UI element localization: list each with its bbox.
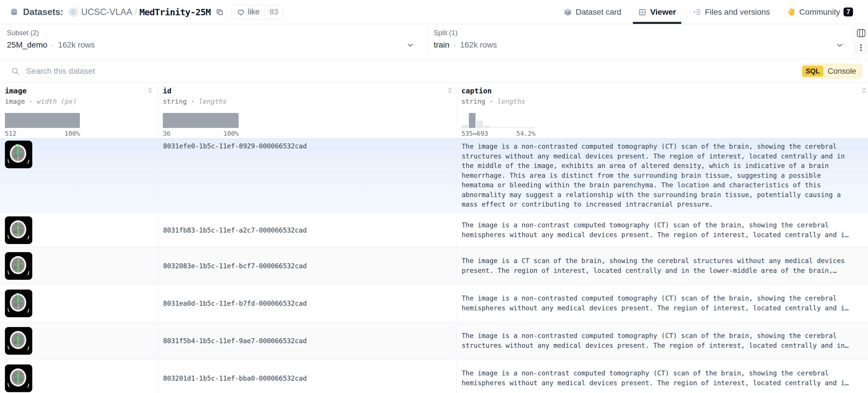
caption-cell row-caption[interactable]: The image is a CT scan of the brain, sho… [456, 247, 868, 284]
row-id: 803201d1-1b5c-11ef-bba0-000066532cad [163, 374, 307, 382]
datasets-label[interactable]: Datasets: [23, 7, 63, 17]
search-bar: SQL Console [0, 60, 868, 83]
caption-cell row-caption[interactable]: The image is a non-contrasted computed t… [456, 285, 868, 322]
tab-viewer[interactable]: Viewer [638, 0, 676, 24]
chevron-down-icon [406, 41, 414, 49]
histogram-bar[interactable] [514, 127, 521, 128]
tab-community[interactable]: Community 7 [787, 0, 853, 24]
org-avatar[interactable] [69, 7, 78, 17]
image-cell [0, 285, 158, 322]
id-cell[interactable]: 803201d1-1b5c-11ef-bba0-000066532cad [158, 360, 456, 393]
histogram-bar[interactable] [476, 121, 483, 128]
histogram-bar[interactable] [163, 113, 239, 128]
caption-cell row-caption[interactable]: The image is a non-contrasted computed t… [456, 322, 868, 359]
more-options-button[interactable] [855, 41, 867, 54]
split-row-count: 162k rows [460, 40, 497, 50]
hist-max-label: 100% [65, 130, 80, 137]
subset-split-bar: Subset (2) 25M_demo · 162k rows Split (1… [0, 24, 868, 60]
histogram-bar[interactable] [499, 127, 505, 128]
community-count-badge: 7 [843, 7, 853, 17]
sort-control[interactable] [447, 87, 452, 94]
caption-cell row-caption[interactable]: The image is a non-contrasted computed t… [456, 139, 868, 213]
table-body: 8031efe0-1b5c-11ef-8929-000066532cad The… [0, 139, 868, 393]
split-value: train [434, 40, 449, 50]
subset-row-count: 162k rows [58, 40, 95, 50]
ct-scan-thumbnail[interactable] [5, 327, 32, 355]
files-tree-icon [693, 8, 702, 17]
row-id: 8031efe0-1b5c-11ef-8929-000066532cad [163, 142, 307, 150]
subset-label: Subset (2) [7, 29, 427, 37]
table-row[interactable]: 8031f5b4-1b5c-11ef-9ae7-000066532cad The… [0, 322, 868, 360]
row-id: 8032083e-1b5c-11ef-bcf7-000066532cad [163, 262, 307, 270]
sort-control[interactable] [862, 87, 866, 94]
histogram-id-lengths[interactable] [163, 113, 239, 128]
table-row[interactable]: 8032083e-1b5c-11ef-bcf7-000066532cad The… [0, 247, 868, 285]
histogram-bar[interactable] [484, 126, 491, 128]
image-cell [0, 247, 158, 284]
row-id: 8031f5b4-1b5c-11ef-9ae7-000066532cad [163, 337, 307, 345]
tab-files-and-versions[interactable]: Files and versions [693, 0, 770, 24]
search-icon [11, 67, 20, 75]
histogram-bar[interactable] [506, 127, 513, 128]
search-input[interactable] [26, 67, 801, 76]
id-cell[interactable]: 8031ea0d-1b5c-11ef-b7fd-000066532cad [158, 285, 456, 322]
image-cell [0, 360, 158, 393]
table-row[interactable]: 803201d1-1b5c-11ef-bba0-000066532cad The… [0, 360, 868, 393]
like-count[interactable]: 83 [265, 5, 283, 19]
id-cell[interactable]: 8031fb83-1b5c-11ef-a2c7-000066532cad [158, 213, 456, 247]
id-cell[interactable]: 8031f5b4-1b5c-11ef-9ae7-000066532cad [158, 322, 456, 359]
id-cell[interactable]: 8031efe0-1b5c-11ef-8929-000066532cad [158, 139, 456, 213]
ct-scan-thumbnail[interactable] [5, 290, 32, 317]
histogram-image-width[interactable] [5, 113, 80, 128]
toggle-columns-panel-button[interactable] [856, 28, 866, 38]
nav-tabs: Dataset card Viewer Files and versions [563, 0, 868, 24]
org-link[interactable]: UCSC-VLAA [81, 7, 132, 17]
hist-max-label: 100% [223, 130, 239, 137]
subset-selector[interactable]: Subset (2) 25M_demo · 162k rows [0, 24, 427, 60]
image-cell [0, 322, 158, 359]
ct-scan-thumbnail[interactable] [5, 217, 32, 244]
dataset-viewer-page: Datasets: UCSC-VLAA / MedTrinity-25M lik… [0, 0, 868, 393]
sql-console-button[interactable]: SQL Console [801, 64, 862, 78]
id-cell[interactable]: 8032083e-1b5c-11ef-bcf7-000066532cad [158, 247, 456, 284]
dataset-card-icon [563, 8, 572, 17]
table-row[interactable]: 8031ea0d-1b5c-11ef-b7fd-000066532cad The… [0, 285, 868, 322]
histogram-bar[interactable] [461, 125, 468, 128]
viewer-side-rail [854, 24, 868, 60]
table-header: image image · width (px) 512 100% id str… [0, 83, 868, 139]
histogram-bar[interactable] [529, 127, 535, 128]
chevron-down-icon [836, 41, 844, 49]
ct-scan-thumbnail[interactable] [5, 141, 32, 168]
tab-dataset-card[interactable]: Dataset card [563, 0, 621, 24]
heart-icon [237, 8, 245, 16]
ct-scan-thumbnail[interactable] [5, 252, 32, 280]
split-label: Split (1) [434, 29, 854, 37]
column-header-image[interactable]: image image · width (px) 512 100% [0, 83, 158, 138]
hist-min-label: 512 [5, 130, 17, 137]
copy-icon[interactable] [216, 8, 224, 16]
histogram-caption-lengths[interactable] [461, 113, 535, 128]
sort-control[interactable] [148, 87, 152, 94]
viewer-icon [638, 8, 647, 17]
hist-min-label: 36 [163, 130, 170, 137]
caption-cell row-caption[interactable]: The image is a non-contrast computed tom… [456, 360, 868, 393]
dataset-name-link[interactable]: MedTrinity-25M [140, 7, 211, 17]
database-icon [10, 7, 19, 17]
histogram-bar[interactable] [491, 127, 498, 128]
sql-badge: SQL [802, 66, 823, 77]
top-navbar: Datasets: UCSC-VLAA / MedTrinity-25M lik… [0, 0, 868, 24]
table-row[interactable]: 8031fb83-1b5c-11ef-a2c7-000066532cad The… [0, 213, 868, 247]
ct-scan-thumbnail[interactable] [5, 364, 32, 392]
histogram-bar[interactable] [5, 113, 80, 128]
histogram-bar[interactable] [469, 113, 475, 128]
table-row[interactable]: 8031efe0-1b5c-11ef-8929-000066532cad The… [0, 139, 868, 213]
like-button[interactable]: like [232, 7, 265, 17]
column-header-caption[interactable]: caption string · lengths 535↔693 54.2% [456, 83, 868, 138]
hist-pct-label: 54.2% [517, 130, 535, 137]
histogram-bar[interactable] [521, 127, 528, 128]
breadcrumb: Datasets: UCSC-VLAA / MedTrinity-25M lik… [0, 0, 283, 24]
breadcrumb-separator: / [134, 7, 137, 17]
split-selector[interactable]: Split (1) train · 162k rows [427, 24, 854, 60]
column-header-id[interactable]: id string · lengths 36 100% [158, 83, 456, 138]
caption-cell row-caption[interactable]: The image is a non-contrast computed tom… [456, 213, 868, 247]
